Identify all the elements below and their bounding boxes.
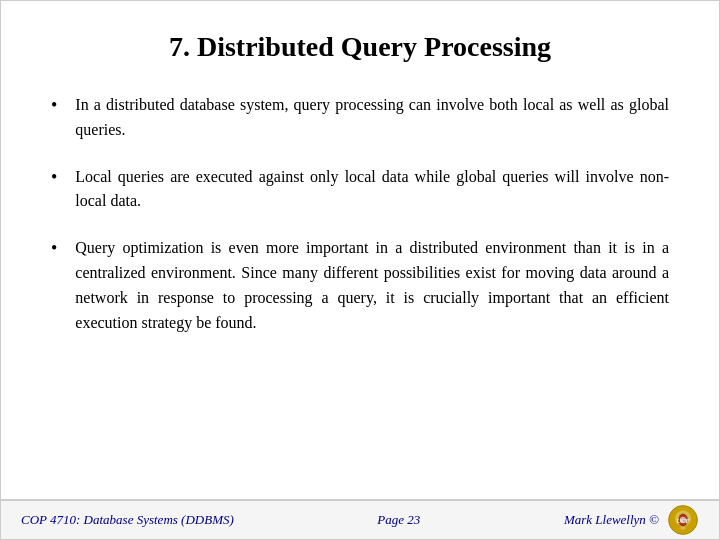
slide-title: 7. Distributed Query Processing bbox=[51, 31, 669, 63]
bullet-item-1: • In a distributed database system, quer… bbox=[51, 93, 669, 143]
bullet-text-3: Query optimization is even more importan… bbox=[75, 236, 669, 335]
bullet-dot-2: • bbox=[51, 167, 57, 188]
bullet-dot-1: • bbox=[51, 95, 57, 116]
svg-text:UCF: UCF bbox=[676, 517, 690, 524]
bullet-dot-3: • bbox=[51, 238, 57, 259]
slide-container: 7. Distributed Query Processing • In a d… bbox=[0, 0, 720, 540]
ucf-logo-icon: UCF bbox=[667, 504, 699, 536]
footer-course-label: COP 4710: Database Systems (DDBMS) bbox=[21, 512, 234, 528]
bullet-text-1: In a distributed database system, query … bbox=[75, 93, 669, 143]
bullet-text-2: Local queries are executed against only … bbox=[75, 165, 669, 215]
slide-footer: COP 4710: Database Systems (DDBMS) Page … bbox=[1, 499, 719, 539]
footer-page-label: Page 23 bbox=[377, 512, 420, 528]
bullet-item-3: • Query optimization is even more import… bbox=[51, 236, 669, 335]
footer-author-label: Mark Llewellyn © UCF bbox=[564, 504, 699, 536]
slide-content: 7. Distributed Query Processing • In a d… bbox=[1, 1, 719, 499]
bullet-item-2: • Local queries are executed against onl… bbox=[51, 165, 669, 215]
bullet-list: • In a distributed database system, quer… bbox=[51, 93, 669, 335]
